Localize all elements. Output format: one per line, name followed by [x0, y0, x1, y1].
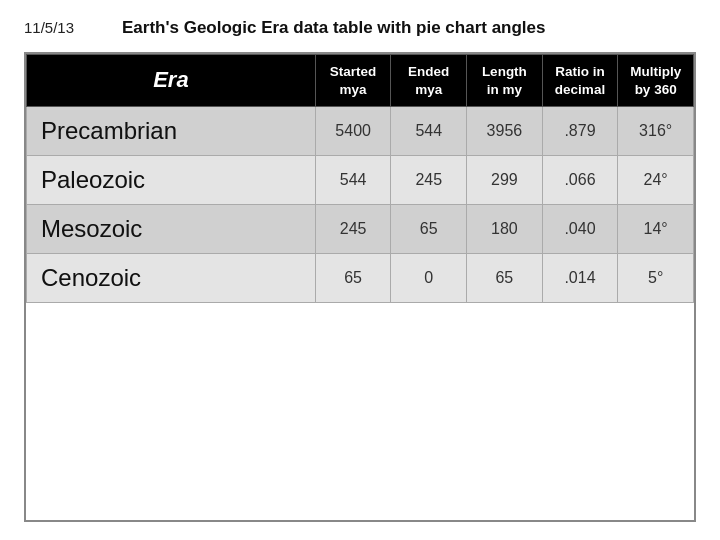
cell-length: 299: [467, 156, 543, 205]
table-row: Mesozoic24565180.04014°: [27, 205, 694, 254]
cell-length: 180: [467, 205, 543, 254]
col-header-ratio: Ratio indecimal: [542, 55, 618, 107]
cell-ended: 65: [391, 205, 467, 254]
cell-length: 65: [467, 254, 543, 303]
header-title: Earth's Geologic Era data table with pie…: [122, 18, 546, 38]
cell-multiply: 24°: [618, 156, 694, 205]
cell-started: 65: [315, 254, 391, 303]
cell-ratio: .040: [542, 205, 618, 254]
header-date: 11/5/13: [24, 19, 94, 36]
cell-ended: 544: [391, 107, 467, 156]
era-name: Precambrian: [27, 107, 316, 156]
cell-ended: 0: [391, 254, 467, 303]
col-header-era: Era: [27, 55, 316, 107]
table-wrapper: Era Startedmya Endedmya Lengthin my Rati…: [24, 52, 696, 522]
page: 11/5/13 Earth's Geologic Era data table …: [0, 0, 720, 540]
table-row: Precambrian54005443956.879316°: [27, 107, 694, 156]
table-header-row: Era Startedmya Endedmya Lengthin my Rati…: [27, 55, 694, 107]
table-row: Cenozoic65065.0145°: [27, 254, 694, 303]
col-header-started: Startedmya: [315, 55, 391, 107]
era-name: Mesozoic: [27, 205, 316, 254]
col-header-multiply: Multiplyby 360: [618, 55, 694, 107]
cell-ratio: .879: [542, 107, 618, 156]
table-row: Paleozoic544245299.06624°: [27, 156, 694, 205]
cell-started: 245: [315, 205, 391, 254]
cell-multiply: 14°: [618, 205, 694, 254]
col-header-length: Lengthin my: [467, 55, 543, 107]
era-name: Cenozoic: [27, 254, 316, 303]
data-table: Era Startedmya Endedmya Lengthin my Rati…: [26, 54, 694, 303]
table-body: Precambrian54005443956.879316°Paleozoic5…: [27, 107, 694, 303]
era-name: Paleozoic: [27, 156, 316, 205]
cell-ratio: .014: [542, 254, 618, 303]
header: 11/5/13 Earth's Geologic Era data table …: [24, 18, 696, 38]
col-header-ended: Endedmya: [391, 55, 467, 107]
cell-ratio: .066: [542, 156, 618, 205]
cell-started: 5400: [315, 107, 391, 156]
cell-started: 544: [315, 156, 391, 205]
cell-multiply: 5°: [618, 254, 694, 303]
cell-length: 3956: [467, 107, 543, 156]
cell-multiply: 316°: [618, 107, 694, 156]
cell-ended: 245: [391, 156, 467, 205]
